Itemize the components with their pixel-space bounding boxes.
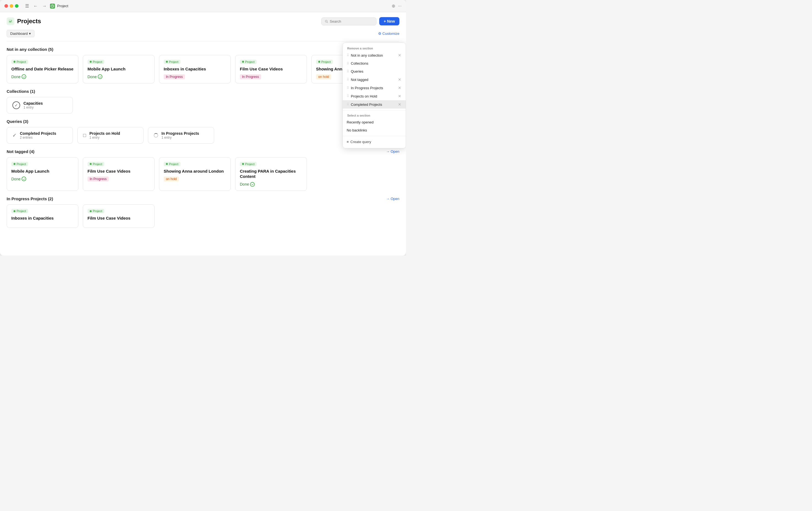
remove-completed-button[interactable]: ✕ [398, 102, 402, 107]
card-inboxes-2[interactable]: Project Inboxes in Capacities [7, 205, 78, 228]
search-icon [325, 20, 328, 23]
chevron-down-icon: ▾ [29, 31, 31, 36]
card-badge: Project [164, 162, 180, 166]
check-circle-icon: ✓ [12, 132, 17, 138]
fullscreen-button[interactable] [15, 4, 19, 8]
card-inboxes[interactable]: Project Inboxes in Capacities In Progres… [159, 55, 231, 83]
card-badge: Project [164, 60, 180, 64]
badge-dot [166, 163, 168, 165]
status-badge: Done [240, 182, 302, 187]
badge-dot [90, 163, 92, 165]
new-button[interactable]: + New [379, 17, 399, 25]
card-badge: Project [240, 60, 257, 64]
target-icon[interactable]: ⊕ [392, 3, 395, 8]
close-button[interactable] [4, 4, 8, 8]
minimize-button[interactable] [10, 4, 13, 8]
page-icon [7, 18, 14, 25]
query-count: 1 entry [162, 136, 199, 139]
card-mobile-app-2[interactable]: Project Mobile App Launch Done [7, 157, 78, 191]
card-mobile-app[interactable]: Project Mobile App Launch Done [83, 55, 154, 83]
card-title: Mobile App Launch [87, 66, 150, 72]
card-title: Offline and Date Picker Release [11, 66, 74, 72]
search-box[interactable] [321, 18, 376, 25]
drag-handle-icon: ⠿ [347, 78, 349, 81]
status-badge: on hold [164, 177, 179, 182]
dashboard-button[interactable]: Dashboard ▾ [7, 30, 34, 37]
more-options-button[interactable]: ··· [398, 4, 402, 8]
dropdown-item-on-hold[interactable]: ⠿ Projects on Hold ✕ [343, 92, 406, 100]
forward-button[interactable]: → [41, 3, 48, 9]
dropdown-item-not-tagged[interactable]: ⠿ Not tagged ✕ [343, 75, 406, 84]
card-para[interactable]: Project Creating PARA in Capacities Cont… [235, 157, 307, 191]
remove-not-in-collection-button[interactable]: ✕ [398, 53, 402, 57]
titlebar-title: Project [57, 4, 68, 8]
in-progress-header-row: In Progress Projects (2) → Open [7, 196, 399, 201]
dropdown-item-completed[interactable]: ⠿ Completed Projects ✕ [343, 100, 406, 109]
dropdown-item-not-in-collection[interactable]: ⠿ Not in any collection ✕ [343, 51, 406, 59]
dropdown-item-left: ⠿ Not tagged [347, 78, 369, 82]
card-badge: Project [87, 60, 104, 64]
card-badge: Project [240, 162, 257, 166]
card-title: Showing Anna around London [164, 168, 226, 174]
collection-icon: ✓ [12, 101, 20, 109]
search-input[interactable] [330, 19, 373, 24]
not-tagged-open-button[interactable]: → Open [386, 150, 399, 154]
toolbar: Dashboard ▾ ⚙ Customize [7, 28, 399, 42]
back-button[interactable]: ← [32, 3, 39, 9]
create-query-label: Create query [350, 140, 371, 144]
card-badge: Project [11, 209, 28, 213]
card-badge: Project [316, 60, 333, 64]
collection-name: Capacities [24, 101, 43, 106]
card-badge: Project [87, 162, 104, 166]
project-icon [50, 4, 55, 8]
remove-not-tagged-button[interactable]: ✕ [398, 77, 402, 82]
status-badge: Done [11, 177, 74, 181]
create-query-button[interactable]: ≡ Create query [343, 138, 406, 146]
card-film-2[interactable]: Project Film Use Case Videos In Progress [83, 157, 154, 191]
not-tagged-header: Not tagged (4) [7, 149, 34, 154]
collection-capacities[interactable]: ✓ Capacities 1 entry [7, 97, 73, 113]
spinner-icon [154, 133, 158, 138]
badge-dot [90, 61, 92, 63]
query-name: In Progress Projects [162, 131, 199, 136]
card-film-3[interactable]: Project Film Use Case Videos [83, 205, 154, 228]
main-layout: Projects + New Dashboard ▾ ⚙ [0, 12, 406, 255]
card-badge: Project [11, 60, 28, 64]
query-completed-projects[interactable]: ✓ Completed Projects 2 entries [7, 127, 73, 144]
dropdown-item-recently-opened[interactable]: Recently opened [343, 118, 406, 126]
dropdown-item-left: No backlinks [347, 128, 367, 132]
dropdown-item-in-progress[interactable]: ⠿ In Progress Projects ✕ [343, 84, 406, 92]
badge-dot [242, 163, 244, 165]
select-section-label: Select a section [343, 112, 406, 118]
query-info: In Progress Projects 1 entry [162, 131, 199, 139]
query-in-progress-projects[interactable]: In Progress Projects 1 entry [148, 127, 214, 144]
dropdown-item-left: Recently opened [347, 120, 374, 124]
remove-on-hold-button[interactable]: ✕ [398, 94, 402, 98]
collection-count: 1 entry [24, 106, 43, 109]
in-progress-cards: Project Inboxes in Capacities Project Fi… [7, 205, 399, 228]
settings-icon: ⚙ [378, 31, 381, 36]
not-in-collection-header: Not in any collection (5) [7, 47, 399, 52]
card-title: Film Use Case Videos [87, 215, 150, 221]
card-title: Inboxes in Capacities [11, 215, 74, 221]
badge-dot [13, 163, 16, 165]
query-projects-on-hold[interactable]: □ Projects on Hold 1 entry [77, 127, 144, 144]
create-query-icon: ≡ [347, 140, 349, 144]
query-count: 1 entry [89, 136, 120, 139]
customize-button[interactable]: ⚙ Customize [378, 31, 399, 36]
status-badge: Done [87, 74, 150, 79]
badge-dot [318, 61, 320, 63]
dropdown-item-collections[interactable]: ⠿ Collections [343, 59, 406, 68]
card-title: Inboxes in Capacities [164, 66, 226, 72]
dropdown-item-queries[interactable]: ⠿ Queries [343, 68, 406, 75]
remove-in-progress-button[interactable]: ✕ [398, 86, 402, 90]
card-film[interactable]: Project Film Use Case Videos In Progress [235, 55, 307, 83]
card-offline[interactable]: Project Offline and Date Picker Release … [7, 55, 78, 83]
card-title: Film Use Case Videos [87, 168, 150, 174]
card-title: Creating PARA in Capacities Content [240, 168, 302, 179]
dropdown-item-no-backlinks[interactable]: No backlinks [343, 126, 406, 134]
nav-menu-button[interactable]: ☰ [24, 3, 30, 9]
in-progress-open-button[interactable]: → Open [386, 197, 399, 201]
query-name: Completed Projects [20, 131, 56, 136]
card-anna-2[interactable]: Project Showing Anna around London on ho… [159, 157, 231, 191]
